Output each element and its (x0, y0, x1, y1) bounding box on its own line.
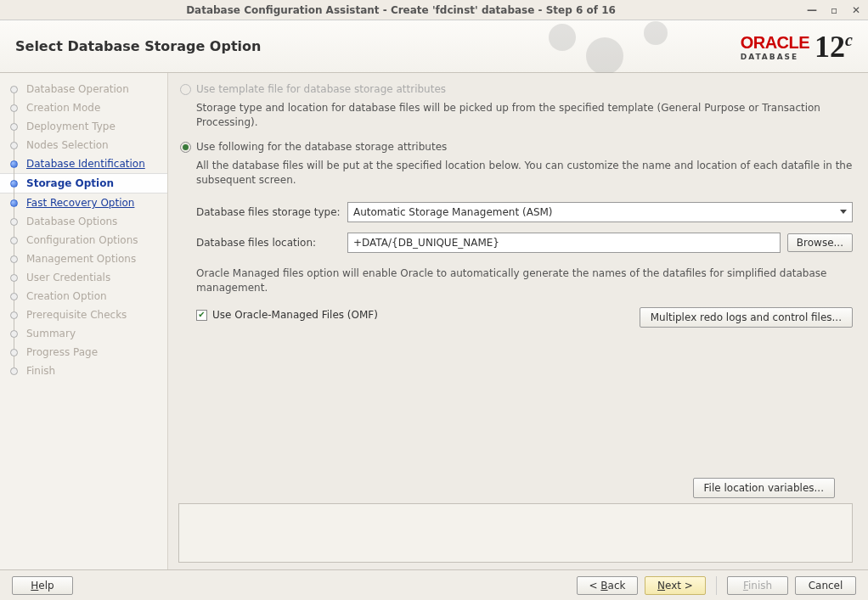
step-label: Configuration Options (26, 234, 138, 246)
step-dot-icon (10, 86, 18, 93)
step-dot-icon (10, 142, 18, 149)
radio-use-template-label: Use template file for database storage a… (196, 83, 446, 95)
omf-checkbox-label: Use Oracle-Managed Files (OMF) (212, 309, 378, 321)
step-label: Deployment Type (26, 121, 116, 132)
svg-point-2 (644, 21, 668, 45)
step-summary: Summary (0, 324, 167, 343)
brand-logo: ORACLE DATABASE 12c (741, 29, 853, 64)
main-panel: Use template file for database storage a… (168, 73, 868, 569)
titlebar: Database Configuration Assistant - Creat… (0, 0, 868, 20)
omf-description: Oracle Managed files option will enable … (196, 266, 853, 296)
step-dot-icon (10, 123, 18, 131)
cancel-button[interactable]: Cancel (795, 576, 856, 595)
use-template-description: Storage type and location for database f… (196, 101, 853, 131)
minimize-icon[interactable]: — (805, 3, 819, 17)
step-database-operation: Database Operation (0, 80, 167, 98)
oracle-subtitle: DATABASE (741, 53, 809, 61)
omf-checkbox-row[interactable]: Use Oracle-Managed Files (OMF) (196, 309, 378, 321)
file-location-variables-button[interactable]: File location variables... (693, 478, 835, 498)
footer: Help < Back Next > Finish Cancel (0, 569, 868, 600)
step-label: Nodes Selection (26, 139, 109, 151)
files-location-label: Database files location: (196, 237, 347, 249)
version-badge: 12c (814, 29, 853, 64)
step-dot-icon (10, 104, 18, 112)
back-button[interactable]: < Back (577, 576, 638, 595)
step-dot-icon (10, 349, 18, 356)
step-label: Management Options (26, 253, 136, 265)
step-label: Prerequisite Checks (26, 309, 127, 321)
step-management-options: Management Options (0, 250, 167, 268)
step-dot-icon (10, 311, 18, 319)
step-dot-icon (10, 255, 18, 263)
step-label: Database Operation (26, 83, 129, 95)
step-database-identification[interactable]: Database Identification (0, 154, 167, 173)
wizard-steps-sidebar: Database OperationCreation ModeDeploymen… (0, 73, 168, 569)
step-label: Storage Option (26, 177, 114, 189)
gears-decoration (528, 20, 698, 73)
help-button[interactable]: Help (12, 576, 73, 595)
step-label: Finish (26, 365, 55, 377)
browse-button[interactable]: Browse... (787, 233, 853, 252)
use-following-description: All the database files will be put at th… (196, 159, 853, 188)
step-deployment-type: Deployment Type (0, 117, 167, 136)
step-creation-option: Creation Option (0, 287, 167, 306)
storage-type-value: Automatic Storage Management (ASM) (353, 206, 553, 218)
step-dot-icon (10, 237, 18, 244)
message-area (178, 503, 853, 563)
step-label: Creation Option (26, 290, 107, 302)
step-dot-icon (10, 180, 18, 188)
step-creation-mode: Creation Mode (0, 98, 167, 117)
step-dot-icon (10, 274, 18, 282)
radio-use-template[interactable]: Use template file for database storage a… (180, 83, 853, 95)
step-fast-recovery-option[interactable]: Fast Recovery Option (0, 193, 167, 212)
storage-type-label: Database files storage type: (196, 206, 347, 218)
oracle-wordmark: ORACLE (741, 33, 809, 53)
separator (716, 576, 717, 595)
radio-icon (180, 142, 191, 153)
step-label: Creation Mode (26, 102, 100, 114)
checkbox-icon (196, 310, 207, 321)
svg-point-1 (586, 37, 623, 73)
step-label: Summary (26, 328, 76, 339)
step-dot-icon (10, 293, 18, 300)
window-title: Database Configuration Assistant - Creat… (5, 4, 797, 16)
radio-use-following-label: Use following for the database storage a… (196, 141, 447, 153)
header: Select Database Storage Option ORACLE DA… (0, 20, 868, 73)
step-finish: Finish (0, 362, 167, 380)
step-dot-icon (10, 199, 18, 207)
step-configuration-options: Configuration Options (0, 231, 167, 250)
step-label: Fast Recovery Option (26, 197, 134, 209)
step-dot-icon (10, 330, 18, 338)
multiplex-button[interactable]: Multiplex redo logs and control files... (640, 307, 853, 328)
close-icon[interactable]: ✕ (849, 3, 863, 17)
step-user-credentials: User Credentials (0, 268, 167, 287)
step-label: Database Identification (26, 158, 145, 170)
step-database-options: Database Options (0, 212, 167, 231)
files-location-input[interactable]: +DATA/{DB_UNIQUE_NAME} (347, 233, 781, 253)
svg-point-0 (549, 24, 576, 51)
next-button[interactable]: Next > (645, 576, 706, 595)
step-storage-option[interactable]: Storage Option (0, 173, 167, 193)
step-dot-icon (10, 367, 18, 375)
step-label: Progress Page (26, 346, 98, 358)
step-label: User Credentials (26, 272, 110, 283)
chevron-down-icon (840, 210, 847, 214)
step-prerequisite-checks: Prerequisite Checks (0, 306, 167, 324)
finish-button: Finish (727, 576, 788, 595)
step-nodes-selection: Nodes Selection (0, 136, 167, 154)
step-dot-icon (10, 160, 18, 168)
radio-icon (180, 84, 191, 95)
radio-use-following[interactable]: Use following for the database storage a… (180, 141, 853, 153)
step-dot-icon (10, 218, 18, 226)
step-label: Database Options (26, 216, 117, 227)
maximize-icon[interactable]: ▫ (827, 3, 841, 17)
step-progress-page: Progress Page (0, 343, 167, 362)
storage-type-select[interactable]: Automatic Storage Management (ASM) (347, 202, 853, 222)
page-title: Select Database Storage Option (15, 38, 261, 54)
